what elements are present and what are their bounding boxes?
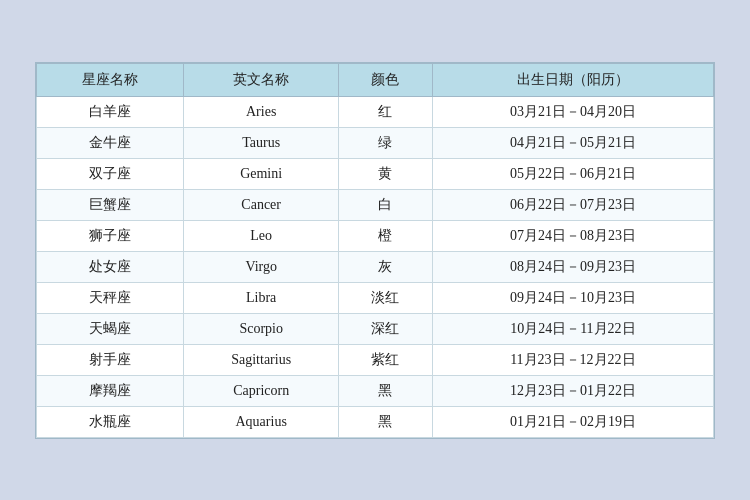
table-cell: 08月24日－09月23日	[432, 251, 713, 282]
table-row: 双子座Gemini黄05月22日－06月21日	[37, 158, 714, 189]
table-cell: Leo	[184, 220, 339, 251]
table-row: 巨蟹座Cancer白06月22日－07月23日	[37, 189, 714, 220]
table-cell: 白羊座	[37, 96, 184, 127]
table-cell: 黑	[339, 406, 433, 437]
table-cell: 橙	[339, 220, 433, 251]
table-cell: 04月21日－05月21日	[432, 127, 713, 158]
table-cell: 狮子座	[37, 220, 184, 251]
table-cell: 灰	[339, 251, 433, 282]
table-cell: 天蝎座	[37, 313, 184, 344]
table-cell: 白	[339, 189, 433, 220]
table-cell: Cancer	[184, 189, 339, 220]
table-cell: Taurus	[184, 127, 339, 158]
table-row: 水瓶座Aquarius黑01月21日－02月19日	[37, 406, 714, 437]
table-header-cell: 出生日期（阳历）	[432, 63, 713, 96]
table-header-cell: 星座名称	[37, 63, 184, 96]
table-cell: 09月24日－10月23日	[432, 282, 713, 313]
table-cell: 03月21日－04月20日	[432, 96, 713, 127]
table-header-row: 星座名称英文名称颜色出生日期（阳历）	[37, 63, 714, 96]
table-cell: Aquarius	[184, 406, 339, 437]
table-cell: 双子座	[37, 158, 184, 189]
table-cell: 巨蟹座	[37, 189, 184, 220]
table-cell: 摩羯座	[37, 375, 184, 406]
table-cell: 处女座	[37, 251, 184, 282]
table-cell: 金牛座	[37, 127, 184, 158]
table-cell: 12月23日－01月22日	[432, 375, 713, 406]
table-cell: 深红	[339, 313, 433, 344]
table-cell: 黑	[339, 375, 433, 406]
table-cell: 天秤座	[37, 282, 184, 313]
table-cell: 黄	[339, 158, 433, 189]
table-row: 金牛座Taurus绿04月21日－05月21日	[37, 127, 714, 158]
table-row: 白羊座Aries红03月21日－04月20日	[37, 96, 714, 127]
table-row: 处女座Virgo灰08月24日－09月23日	[37, 251, 714, 282]
zodiac-table-wrapper: 星座名称英文名称颜色出生日期（阳历） 白羊座Aries红03月21日－04月20…	[35, 62, 715, 439]
zodiac-table: 星座名称英文名称颜色出生日期（阳历） 白羊座Aries红03月21日－04月20…	[36, 63, 714, 438]
table-cell: 红	[339, 96, 433, 127]
table-cell: Capricorn	[184, 375, 339, 406]
table-cell: Virgo	[184, 251, 339, 282]
table-cell: 01月21日－02月19日	[432, 406, 713, 437]
table-cell: Libra	[184, 282, 339, 313]
table-cell: 射手座	[37, 344, 184, 375]
table-row: 天秤座Libra淡红09月24日－10月23日	[37, 282, 714, 313]
table-row: 天蝎座Scorpio深红10月24日－11月22日	[37, 313, 714, 344]
table-cell: Aries	[184, 96, 339, 127]
table-row: 摩羯座Capricorn黑12月23日－01月22日	[37, 375, 714, 406]
table-row: 狮子座Leo橙07月24日－08月23日	[37, 220, 714, 251]
table-cell: Gemini	[184, 158, 339, 189]
table-cell: 水瓶座	[37, 406, 184, 437]
table-cell: 11月23日－12月22日	[432, 344, 713, 375]
table-header-cell: 颜色	[339, 63, 433, 96]
table-row: 射手座Sagittarius紫红11月23日－12月22日	[37, 344, 714, 375]
table-cell: 淡红	[339, 282, 433, 313]
table-cell: Scorpio	[184, 313, 339, 344]
table-cell: 绿	[339, 127, 433, 158]
table-cell: Sagittarius	[184, 344, 339, 375]
table-cell: 07月24日－08月23日	[432, 220, 713, 251]
table-cell: 06月22日－07月23日	[432, 189, 713, 220]
table-body: 白羊座Aries红03月21日－04月20日金牛座Taurus绿04月21日－0…	[37, 96, 714, 437]
table-cell: 10月24日－11月22日	[432, 313, 713, 344]
table-header-cell: 英文名称	[184, 63, 339, 96]
table-cell: 紫红	[339, 344, 433, 375]
table-cell: 05月22日－06月21日	[432, 158, 713, 189]
